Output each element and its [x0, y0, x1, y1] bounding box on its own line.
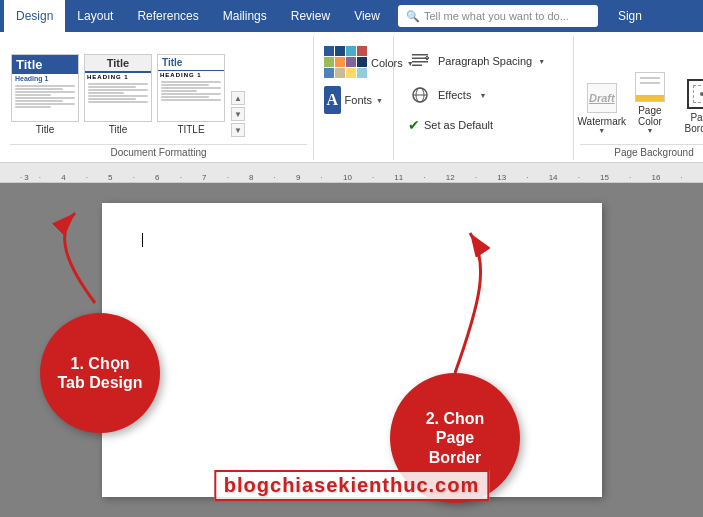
theme3-heading: HEADING 1 — [158, 71, 224, 79]
search-bar[interactable]: 🔍 Tell me what you want to do... — [398, 5, 598, 27]
colors-fonts-section: Colors ▼ A Fonts ▼ _ — [314, 36, 394, 160]
section-top: Title Heading 1 Title — [10, 40, 307, 142]
tab-bar: Design Layout References Mailings Review… — [0, 0, 703, 32]
theme-preview-3: Title HEADING 1 — [157, 54, 225, 122]
tab-references[interactable]: References — [125, 0, 210, 32]
page-background-label: Page Background — [580, 144, 703, 160]
watermark-icon: Draft — [586, 82, 618, 114]
paragraph-spacing-label: Paragraph Spacing — [438, 55, 532, 67]
effects-icon — [408, 83, 432, 107]
theme1-label: Title — [36, 124, 55, 135]
watermark-label: Watermark — [578, 116, 627, 127]
para-effects-section: Paragraph Spacing ▼ Effects ▼ — [394, 36, 574, 160]
theme1-heading: Heading 1 — [12, 74, 78, 83]
bubble2-line3: Border — [426, 448, 485, 467]
sign-button[interactable]: Sign — [606, 0, 654, 32]
theme-item-1[interactable]: Title Heading 1 Title — [10, 51, 80, 138]
document-formatting-label: Document Formatting — [10, 144, 307, 160]
fonts-button[interactable]: A Fonts ▼ — [320, 84, 387, 116]
document-page[interactable] — [102, 203, 602, 497]
page-color-icon — [634, 71, 666, 103]
page-borders-label: Page Borders — [682, 112, 703, 134]
theme3-label: TITLE — [177, 124, 204, 135]
tab-view[interactable]: View — [342, 0, 392, 32]
para-effects-top: Paragraph Spacing ▼ Effects ▼ — [400, 40, 567, 142]
annotation-bubble-1: 1. Chọn Tab Design — [40, 313, 160, 433]
page-borders-icon — [686, 78, 703, 110]
theme-scroll-arrows: ▲ ▼ ▼ — [231, 90, 245, 138]
checkmark-icon: ✔ — [408, 117, 420, 133]
para-spacing-arrow: ▼ — [538, 58, 545, 65]
bubble2-line1: 2. Chon — [426, 409, 485, 428]
fonts-label: Fonts — [345, 94, 373, 106]
ruler: · 3 · 4 · 5 · 6 · 7 · 8 · 9 — [0, 163, 703, 183]
tab-design[interactable]: Design — [4, 0, 65, 32]
search-icon: 🔍 — [406, 10, 420, 23]
set-default-label: Set as Default — [424, 119, 493, 131]
page-bg-top: Draft Watermark ▼ Page Co — [580, 40, 703, 142]
bubble1-line1: 1. Chọn — [57, 354, 142, 373]
colors-fonts-top: Colors ▼ A Fonts ▼ — [320, 40, 387, 143]
effects-button[interactable]: Effects ▼ — [404, 80, 563, 110]
svg-rect-2 — [412, 61, 428, 63]
watermark-button[interactable]: Draft Watermark ▼ — [580, 78, 624, 138]
tab-mailings[interactable]: Mailings — [211, 0, 279, 32]
theme-preview-2: Title HEADING 1 — [84, 54, 152, 122]
watermark-arrow: ▼ — [598, 127, 605, 134]
ruler-marks: · 3 · 4 · 5 · 6 · 7 · 8 · 9 — [10, 163, 703, 182]
scroll-up-arrow[interactable]: ▲ — [231, 91, 245, 105]
colors-swatch-grid — [324, 46, 367, 78]
tab-review[interactable]: Review — [279, 0, 342, 32]
paragraph-spacing-icon — [408, 49, 432, 73]
page-background-section: Draft Watermark ▼ Page Co — [574, 36, 703, 160]
theme2-title-bar: Title — [85, 55, 151, 73]
effects-label: Effects — [438, 89, 471, 101]
theme3-title-bar: Title — [158, 55, 224, 71]
set-default-button[interactable]: ✔ Set as Default — [404, 114, 563, 136]
effects-arrow: ▼ — [479, 92, 486, 99]
theme2-label: Title — [109, 124, 128, 135]
scroll-down-arrow[interactable]: ▼ — [231, 107, 245, 121]
fonts-dropdown: ▼ — [376, 97, 383, 104]
app-container: Design Layout References Mailings Review… — [0, 0, 703, 517]
page-color-button[interactable]: Page Color ▼ — [628, 67, 673, 138]
page-color-label: Page Color — [634, 105, 667, 127]
text-cursor — [142, 233, 143, 247]
theme2-heading: HEADING 1 — [85, 73, 151, 81]
document-area: 1. Chọn Tab Design 2. Chon Page Border b… — [0, 183, 703, 517]
fonts-icon: A — [324, 86, 341, 114]
page-borders-button[interactable]: Page Borders — [676, 74, 703, 138]
footer-watermark: blogchiasekienthuc.com — [214, 470, 489, 501]
theme1-title: Title — [12, 55, 78, 74]
paragraph-spacing-button[interactable]: Paragraph Spacing ▼ — [404, 46, 563, 76]
colors-button[interactable]: Colors ▼ — [320, 44, 387, 82]
bubble2-line2: Page — [426, 428, 485, 447]
document-formatting-section: Title Heading 1 Title — [4, 36, 314, 160]
theme2-body — [85, 81, 151, 105]
search-placeholder: Tell me what you want to do... — [424, 10, 569, 22]
svg-rect-3 — [412, 65, 422, 67]
page-color-arrow: ▼ — [646, 127, 653, 134]
tab-layout[interactable]: Layout — [65, 0, 125, 32]
theme-preview-1: Title Heading 1 — [11, 54, 79, 122]
theme-item-2[interactable]: Title HEADING 1 Title — [83, 51, 153, 138]
theme1-body — [12, 83, 78, 110]
bubble1-line2: Tab Design — [57, 373, 142, 392]
theme-item-3[interactable]: Title HEADING 1 TITLE — [156, 51, 226, 138]
ribbon-toolbar: Title Heading 1 Title — [0, 32, 703, 163]
svg-rect-0 — [412, 54, 428, 56]
scroll-more-arrow[interactable]: ▼ — [231, 123, 245, 137]
theme3-body — [158, 79, 224, 103]
